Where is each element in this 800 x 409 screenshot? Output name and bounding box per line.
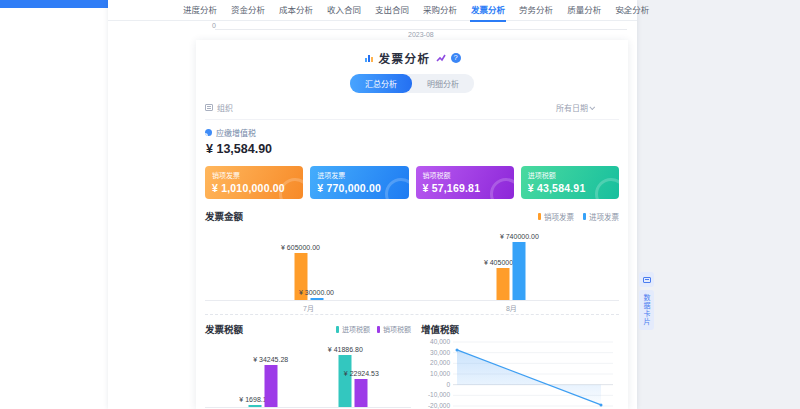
bar-value-label: ¥ 30000.00 <box>299 289 334 296</box>
nav-tab[interactable]: 劳务分析 <box>518 0 554 22</box>
invoice-amount-header: 发票金额 销项发票进项发票 <box>205 209 619 223</box>
filter-row: 组织 所有日期 <box>205 102 619 120</box>
vat-metric: 应缴增值税 ¥ 13,584.90 <box>205 127 619 156</box>
pie-dot-icon <box>205 129 212 136</box>
legend-item[interactable]: 销项税额 <box>377 324 411 334</box>
metric-header: 应缴增值税 <box>205 127 619 138</box>
bottom-charts-row: 发票税额 进项税额销项税额 ¥ 1698.11¥ 34245.287月¥ 418… <box>205 314 619 409</box>
bar[interactable] <box>497 268 510 300</box>
title-row: 发票分析 ? <box>205 49 619 67</box>
view-toggle-option[interactable]: 汇总分析 <box>350 74 412 93</box>
bar-group: ¥ 1698.11¥ 34245.287月 <box>248 365 277 408</box>
legend-item[interactable]: 销项发票 <box>538 211 574 222</box>
bar-column: ¥ 405000.00 <box>497 268 510 300</box>
vat-line-svg: 40,00030,00020,00010,0000-10,000-20,0002… <box>421 336 619 409</box>
help-icon[interactable]: ? <box>451 53 461 63</box>
legend-label: 销项发票 <box>544 211 574 222</box>
chevron-down-icon <box>589 104 595 110</box>
summary-card: 进项发票¥ 770,000.00 <box>310 166 408 199</box>
bar-column: ¥ 30000.00 <box>310 298 323 300</box>
y-tick-label: -20,000 <box>428 402 450 409</box>
chart-legend: 销项发票进项发票 <box>538 211 619 222</box>
bar-value-label: ¥ 34245.28 <box>253 356 288 363</box>
card-value: ¥ 770,000.00 <box>317 182 401 194</box>
summary-cards: 销项发票¥ 1,010,000.00进项发票¥ 770,000.00销项税额¥ … <box>205 166 619 199</box>
card-label: 进项发票 <box>317 170 401 180</box>
trend-icon <box>436 49 446 67</box>
vat-trend-chart: 40,00030,00020,00010,0000-10,000-20,0002… <box>421 336 619 409</box>
organization-filter-label[interactable]: 组织 <box>217 102 233 113</box>
nav-tab[interactable]: 成本分析 <box>278 0 314 22</box>
bar-group: ¥ 405000.00¥ 740000.008月 <box>497 242 526 300</box>
bar-value-label: ¥ 605000.00 <box>281 244 320 251</box>
bar[interactable] <box>264 365 277 408</box>
nav-tab[interactable]: 发票分析 <box>470 0 506 22</box>
floating-card-drawer-toggle[interactable]: 数据卡片 <box>639 290 654 330</box>
metric-value: ¥ 13,584.90 <box>206 142 619 156</box>
nav-tab[interactable]: 收入合同 <box>326 0 362 22</box>
vat-trend-section: 增值税额 40,00030,00020,00010,0000-10,000-20… <box>421 322 619 409</box>
x-axis-label: 2023-08 <box>408 31 434 38</box>
chart-legend: 进项税额销项税额 <box>336 324 411 334</box>
bar-column: ¥ 41886.80 <box>339 355 352 407</box>
bar-column: ¥ 34245.28 <box>264 365 277 408</box>
card-label: 销项税额 <box>423 170 507 180</box>
invoice-tax-header: 发票税额 进项税额销项税额 <box>205 322 411 336</box>
card-icon[interactable] <box>639 272 654 287</box>
bar[interactable] <box>310 298 323 300</box>
legend-swatch <box>583 213 586 220</box>
card-label: 销项发票 <box>212 170 296 180</box>
summary-card: 销项税额¥ 57,169.81 <box>416 166 514 199</box>
legend-swatch <box>336 326 339 333</box>
summary-card: 销项发票¥ 1,010,000.00 <box>205 166 303 199</box>
page-title: 发票分析 <box>379 50 431 66</box>
invoice-amount-chart: ¥ 605000.00¥ 30000.007月¥ 405000.00¥ 7400… <box>205 227 619 301</box>
legend-swatch <box>538 213 541 220</box>
invoice-tax-section: 发票税额 进项税额销项税额 ¥ 1698.11¥ 34245.287月¥ 418… <box>205 322 411 409</box>
bar[interactable] <box>339 355 352 407</box>
data-point <box>456 348 459 351</box>
axis-line <box>215 29 627 30</box>
app-header-remnant <box>0 0 108 8</box>
page-background-strip <box>637 0 800 409</box>
legend-item[interactable]: 进项发票 <box>583 211 619 222</box>
bar-column: ¥ 1698.11 <box>248 405 261 407</box>
invoice-tax-chart: ¥ 1698.11¥ 34245.287月¥ 41886.80¥ 22924.5… <box>205 340 411 408</box>
nav-tab[interactable]: 进度分析 <box>182 0 218 22</box>
bar-chart-icon <box>364 49 374 67</box>
view-toggle-wrap: 汇总分析明细分析 <box>205 74 619 93</box>
date-range-filter[interactable]: 所有日期 <box>556 102 595 113</box>
date-filter-value: 所有日期 <box>556 102 588 113</box>
card-label: 进项税额 <box>528 170 612 180</box>
legend-label: 销项税额 <box>383 324 411 334</box>
y-tick-label: -10,000 <box>428 391 450 398</box>
legend-label: 进项税额 <box>342 324 370 334</box>
y-tick-label: 40,000 <box>430 338 450 345</box>
bar-value-label: ¥ 41886.80 <box>328 346 363 353</box>
nav-tab[interactable]: 采购分析 <box>422 0 458 22</box>
y-tick-label: 10,000 <box>430 370 450 377</box>
x-axis-label: 7月 <box>303 303 314 313</box>
summary-card: 进项税额¥ 43,584.91 <box>521 166 619 199</box>
bar-column: ¥ 22924.53 <box>355 379 368 407</box>
y-tick-label: 0 <box>446 381 450 388</box>
nav-tab[interactable]: 安全分析 <box>614 0 650 22</box>
nav-tab[interactable]: 质量分析 <box>566 0 602 22</box>
floating-widgets: 数据卡片 <box>639 272 655 330</box>
legend-item[interactable]: 进项税额 <box>336 324 370 334</box>
card-value: ¥ 1,010,000.00 <box>212 182 296 194</box>
legend-label: 进项发票 <box>589 211 619 222</box>
card-value: ¥ 57,169.81 <box>423 182 507 194</box>
view-toggle-option[interactable]: 明细分析 <box>412 74 474 93</box>
section-title: 增值税额 <box>421 322 459 336</box>
invoice-analysis-card: 发票分析 ? 汇总分析明细分析 组织 所有日期 应缴增值税 ¥ 13,584.9… <box>196 40 628 409</box>
nav-tab[interactable]: 资金分析 <box>230 0 266 22</box>
metric-label: 应缴增值税 <box>216 127 256 138</box>
x-axis-label: 8月 <box>506 303 517 313</box>
bar-group: ¥ 41886.80¥ 22924.538月 <box>339 355 368 407</box>
bar[interactable] <box>513 242 526 300</box>
y-axis-zero-label: 0 <box>212 22 216 29</box>
bar[interactable] <box>248 405 261 407</box>
nav-tab[interactable]: 支出合同 <box>374 0 410 22</box>
bar[interactable] <box>355 379 368 407</box>
